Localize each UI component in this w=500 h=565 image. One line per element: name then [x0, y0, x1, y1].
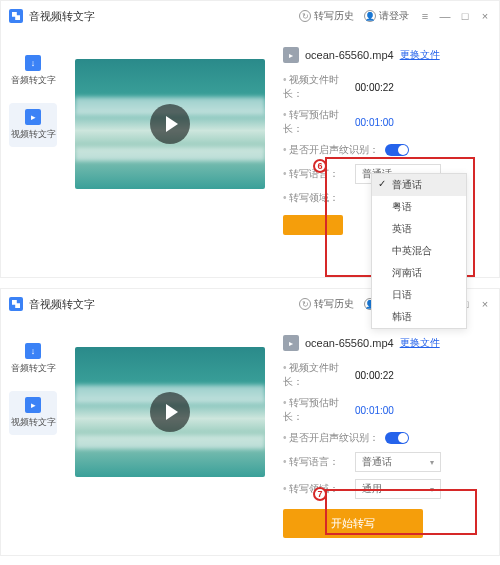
sidebar-item-label: 视频转文字: [9, 128, 57, 141]
sidebar-item-label: 音频转文字: [9, 74, 57, 87]
chevron-down-icon: ▾: [430, 485, 434, 494]
language-option[interactable]: 河南话: [372, 262, 466, 284]
video-icon: ▸: [25, 109, 41, 125]
app-logo: [9, 297, 23, 311]
voiceprint-label: 是否开启声纹识别：: [283, 431, 379, 445]
audio-icon: ↓: [25, 55, 41, 71]
sidebar-item-video[interactable]: ▸ 视频转文字: [9, 103, 57, 147]
file-icon: ▸: [283, 47, 299, 63]
chevron-down-icon: ▾: [430, 458, 434, 467]
est-duration-value: 00:01:00: [355, 405, 394, 416]
login-label: 请登录: [379, 9, 409, 23]
login-button[interactable]: 👤请登录: [364, 9, 409, 23]
language-option[interactable]: 日语: [372, 284, 466, 306]
start-button-partial[interactable]: [283, 215, 343, 235]
close-button[interactable]: ×: [479, 298, 491, 310]
annotation-badge-7: 7: [313, 487, 327, 501]
start-button[interactable]: 开始转写: [283, 509, 423, 538]
est-duration-value: 00:01:00: [355, 117, 394, 128]
annotation-badge-6: 6: [313, 159, 327, 173]
est-duration-label: 转写预估时长：: [283, 108, 355, 136]
domain-label: 转写领域：: [283, 191, 355, 205]
language-option[interactable]: 韩语: [372, 306, 466, 328]
sidebar-item-video[interactable]: ▸ 视频转文字: [9, 391, 57, 435]
history-button[interactable]: ↻转写历史: [299, 297, 354, 311]
maximize-button[interactable]: □: [459, 10, 471, 22]
language-option[interactable]: 英语: [372, 218, 466, 240]
sidebar-item-audio[interactable]: ↓ 音频转文字: [9, 49, 57, 93]
src-duration-label: 视频文件时长：: [283, 361, 355, 389]
change-file-link[interactable]: 更换文件: [400, 48, 440, 62]
language-option[interactable]: 中英混合: [372, 240, 466, 262]
app-logo: [9, 9, 23, 23]
app-title: 音视频转文字: [29, 297, 95, 312]
change-file-link[interactable]: 更换文件: [400, 336, 440, 350]
history-label: 转写历史: [314, 9, 354, 23]
video-icon: ▸: [25, 397, 41, 413]
file-icon: ▸: [283, 335, 299, 351]
est-duration-label: 转写预估时长：: [283, 396, 355, 424]
play-button[interactable]: [150, 392, 190, 432]
menu-button[interactable]: ≡: [419, 10, 431, 22]
domain-select[interactable]: 通用▾: [355, 479, 441, 499]
sidebar-item-label: 视频转文字: [9, 416, 57, 429]
language-dropdown[interactable]: 普通话粤语英语中英混合河南话日语韩语: [371, 173, 467, 329]
file-name: ocean-65560.mp4: [305, 337, 394, 349]
sidebar-item-audio[interactable]: ↓ 音频转文字: [9, 337, 57, 381]
language-option[interactable]: 粤语: [372, 196, 466, 218]
src-duration-label: 视频文件时长：: [283, 73, 355, 101]
voiceprint-toggle[interactable]: [385, 432, 409, 444]
play-button[interactable]: [150, 104, 190, 144]
sidebar-item-label: 音频转文字: [9, 362, 57, 375]
history-button[interactable]: ↻转写历史: [299, 9, 354, 23]
src-duration-value: 00:00:22: [355, 82, 394, 93]
minimize-button[interactable]: —: [439, 10, 451, 22]
language-option[interactable]: 普通话: [372, 174, 466, 196]
src-duration-value: 00:00:22: [355, 370, 394, 381]
app-title: 音视频转文字: [29, 9, 95, 24]
video-preview[interactable]: [75, 59, 265, 189]
close-button[interactable]: ×: [479, 10, 491, 22]
file-name: ocean-65560.mp4: [305, 49, 394, 61]
video-preview[interactable]: [75, 347, 265, 477]
audio-icon: ↓: [25, 343, 41, 359]
language-label: 转写语言：: [283, 455, 355, 469]
voiceprint-label: 是否开启声纹识别：: [283, 143, 379, 157]
voiceprint-toggle[interactable]: [385, 144, 409, 156]
language-select[interactable]: 普通话▾: [355, 452, 441, 472]
history-label: 转写历史: [314, 297, 354, 311]
